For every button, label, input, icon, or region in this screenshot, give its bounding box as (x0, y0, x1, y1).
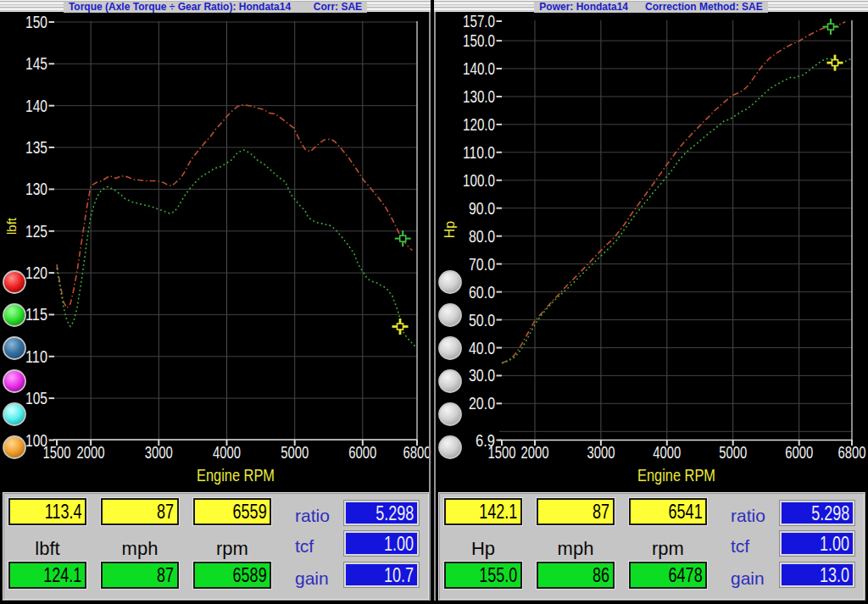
svg-text:145: 145 (25, 54, 47, 73)
svg-text:6000: 6000 (348, 443, 376, 462)
svg-text:40.0: 40.0 (469, 339, 495, 357)
svg-text:90.0: 90.0 (469, 199, 495, 218)
svg-text:130: 130 (25, 180, 47, 198)
svg-text:Engine RPM: Engine RPM (637, 465, 715, 485)
svg-text:2000: 2000 (77, 443, 105, 462)
svg-text:115: 115 (25, 305, 47, 324)
svg-text:70.0: 70.0 (469, 255, 495, 274)
svg-text:150.0: 150.0 (463, 31, 495, 50)
svg-text:3000: 3000 (587, 443, 615, 462)
svg-text:4000: 4000 (653, 443, 681, 462)
svg-text:157.0: 157.0 (463, 12, 495, 30)
svg-text:80.0: 80.0 (469, 227, 495, 246)
svg-text:120: 120 (25, 263, 47, 282)
svg-text:5000: 5000 (719, 443, 747, 462)
svg-text:Hp: Hp (442, 221, 457, 239)
svg-text:120.0: 120.0 (463, 115, 495, 134)
svg-text:100.0: 100.0 (463, 171, 495, 190)
svg-text:2000: 2000 (521, 443, 549, 462)
svg-text:140.0: 140.0 (463, 59, 495, 78)
svg-text:1500: 1500 (488, 443, 516, 462)
svg-text:20.0: 20.0 (469, 394, 495, 413)
svg-text:30.0: 30.0 (469, 366, 495, 385)
svg-text:130.0: 130.0 (463, 87, 495, 106)
svg-text:6800: 6800 (838, 443, 866, 462)
svg-text:125: 125 (25, 222, 47, 241)
svg-text:Engine RPM: Engine RPM (197, 465, 275, 485)
svg-text:3000: 3000 (145, 443, 173, 462)
svg-text:50.0: 50.0 (469, 311, 495, 330)
svg-text:lbft: lbft (4, 217, 19, 235)
svg-text:1500: 1500 (43, 443, 71, 462)
svg-text:105: 105 (25, 389, 47, 407)
svg-text:110.0: 110.0 (463, 143, 495, 162)
svg-text:110: 110 (25, 347, 47, 366)
svg-text:60.0: 60.0 (469, 283, 495, 302)
svg-text:6000: 6000 (785, 443, 813, 462)
svg-text:5000: 5000 (281, 443, 309, 462)
svg-text:135: 135 (25, 138, 47, 157)
svg-text:6800: 6800 (403, 443, 431, 462)
svg-text:150: 150 (25, 13, 47, 31)
svg-text:4000: 4000 (213, 443, 241, 462)
svg-text:140: 140 (25, 97, 47, 115)
